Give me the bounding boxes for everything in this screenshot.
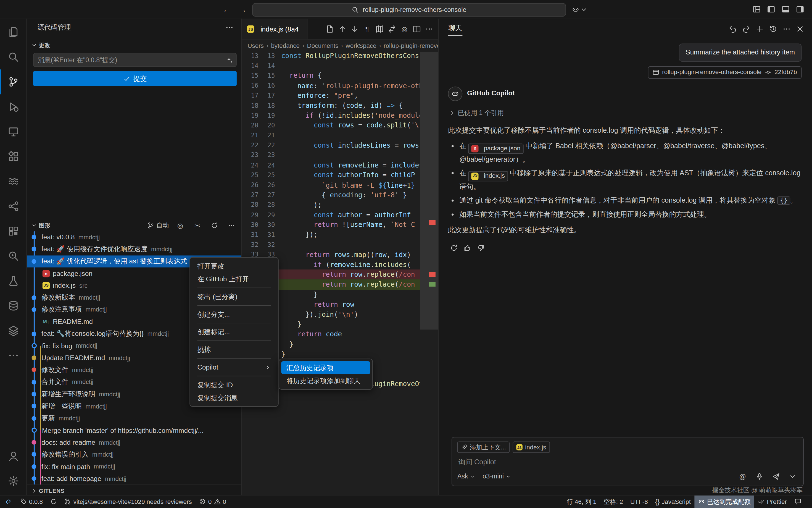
graph-commit-row[interactable]: 修改错误的引入mmdctjj — [27, 449, 241, 461]
submenu-item[interactable]: 将历史记录项添加到聊天 — [281, 374, 370, 387]
editor-arrow-down-button[interactable] — [349, 23, 361, 35]
panel-right-button[interactable] — [794, 4, 806, 15]
status-feedback[interactable] — [791, 496, 805, 508]
context-menu-item[interactable]: 打开更改 — [192, 259, 276, 272]
panel-bottom-button[interactable] — [780, 4, 791, 15]
attachment-chip[interactable]: rollup-plugin-remove-others-console 22fd… — [648, 66, 802, 79]
breadcrumb-item[interactable]: workSpace — [345, 42, 376, 49]
status-remote[interactable] — [0, 496, 16, 508]
chat-history-button[interactable] — [768, 23, 779, 35]
activity-explorer[interactable] — [0, 19, 27, 44]
code-line[interactable]: 2929 const author = authorInf — [242, 210, 420, 220]
code-line[interactable]: 1818 transform: (code, id) => { — [242, 100, 420, 111]
breadcrumb-item[interactable]: Documents — [307, 42, 338, 49]
activity-database[interactable] — [0, 293, 27, 318]
submenu-item[interactable]: 汇总历史记录项 — [281, 361, 370, 374]
copilot-menu-button[interactable] — [572, 3, 588, 15]
graph-section-header[interactable]: 图形 自动◎✂ — [27, 220, 241, 231]
graph-more-button[interactable] — [226, 220, 237, 231]
status-pull-request[interactable]: vitejs/awesome-vite#1029 needs reviewers — [61, 496, 196, 508]
editor-arrow-up-button[interactable] — [337, 23, 348, 35]
context-menu-item[interactable]: 复制提交 ID — [192, 378, 276, 391]
code-line[interactable]: 2424 const removeLine = includes — [242, 160, 420, 170]
activity-live-share[interactable] — [0, 194, 27, 219]
activity-gitlens[interactable] — [0, 169, 27, 194]
activity-dashboard[interactable] — [0, 219, 27, 244]
graph-commit-row[interactable]: docs: add readmemmdctjj — [27, 436, 241, 449]
layout-button[interactable] — [751, 4, 762, 15]
editor-map-button[interactable] — [374, 23, 385, 35]
context-menu-item[interactable]: 挑拣 — [192, 343, 276, 356]
code-line[interactable]: 1919 if (!id.includes('node_module — [242, 111, 420, 121]
breadcrumb-item[interactable]: Users — [247, 42, 264, 49]
chat-redo-button[interactable] — [741, 23, 752, 35]
status-language[interactable]: {}JavaScript — [652, 496, 694, 508]
status-notifications[interactable] — [805, 496, 812, 508]
status-problems[interactable]: 00 — [196, 496, 230, 508]
editor-open-changes-button[interactable] — [324, 23, 336, 35]
code-line[interactable]: 1616 name: 'rollup-plugin-remove-oth — [242, 81, 420, 91]
code-line[interactable]: 1515 return { — [242, 71, 420, 81]
activity-settings[interactable] — [0, 468, 27, 493]
code-line[interactable]: 2525 const authorInfo = childP — [242, 170, 420, 180]
graph-commit-row[interactable]: fix: fix main pathmmdctjj — [27, 461, 241, 473]
references-row[interactable]: 已使用 1 个引用 — [449, 108, 802, 118]
context-menu-item[interactable]: 创建分支... — [192, 308, 276, 321]
graph-commit-row[interactable]: feat: v0.0.8mmdctjj — [27, 231, 241, 243]
code-line[interactable]: 3232 — [242, 240, 420, 250]
graph-scissors-button[interactable]: ✂ — [192, 220, 203, 231]
code-line[interactable]: 2121 — [242, 130, 420, 140]
status-indentation[interactable]: 空格: 2 — [600, 496, 627, 508]
graph-commit-row[interactable]: 更新mmdctjj — [27, 412, 241, 424]
chat-input-container[interactable]: 添加上下文... JS index.js Ask o3-mini — [451, 437, 804, 486]
code-line[interactable]: 3131 }); — [242, 230, 420, 240]
code-line[interactable]: 2323 — [242, 151, 420, 160]
command-center-search[interactable]: rollup-plugin-remove-others-console — [252, 3, 566, 16]
commit-button[interactable]: 提交 — [33, 71, 237, 86]
editor-more-button[interactable] — [424, 23, 435, 35]
code-line[interactable]: 2222 const includesLines = rows. — [242, 140, 420, 151]
gitlens-section-header[interactable]: GITLENS — [27, 484, 241, 496]
activity-extensions[interactable] — [0, 144, 27, 169]
response-thumbup-button[interactable] — [462, 242, 473, 254]
tab-index-js[interactable]: JS index.js (8a4 — [242, 19, 308, 40]
activity-source-control[interactable] — [0, 69, 27, 94]
input-send-button[interactable] — [770, 471, 781, 482]
context-menu-item[interactable]: 复制提交消息 — [192, 391, 276, 405]
status-cursor-position[interactable]: 行 46, 列 1 — [563, 496, 600, 508]
back-button[interactable]: ← — [223, 5, 230, 14]
status-prettier[interactable]: Prettier — [754, 496, 791, 508]
activity-code-search[interactable] — [0, 244, 27, 268]
file-chip[interactable]: npackage.json — [468, 143, 523, 154]
forward-button[interactable]: → — [239, 5, 246, 14]
graph-auto-toggle[interactable]: 自动 — [147, 221, 169, 230]
status-branch[interactable]: 0.0.8 — [16, 496, 46, 508]
graph-commit-row[interactable]: feat: 🚀 使用缓存文件优化响应速度mmdctjj — [27, 243, 241, 255]
context-menu-item[interactable]: 签出 (已分离) — [192, 290, 276, 303]
code-line[interactable]: 1414 — [242, 61, 420, 71]
add-context-button[interactable]: 添加上下文... — [458, 442, 510, 453]
graph-commit-row[interactable]: feat: add homepagemmdctjj — [27, 473, 241, 484]
input-mic-button[interactable] — [754, 471, 765, 482]
activity-run-debug[interactable] — [0, 94, 27, 119]
model-dropdown[interactable]: o3-mini — [482, 473, 511, 480]
response-sync-button[interactable] — [448, 242, 459, 254]
activity-search[interactable] — [0, 44, 27, 69]
chat-undo-button[interactable] — [727, 23, 738, 35]
code-line[interactable]: 2828 ); — [242, 200, 420, 210]
changes-section-header[interactable]: 更改 — [27, 40, 241, 51]
status-copilot-quota[interactable]: 已达到完成配额 — [694, 496, 754, 508]
sidebar-more-button[interactable] — [224, 22, 235, 33]
status-encoding[interactable]: UTF-8 — [627, 496, 652, 508]
code-line[interactable]: 2626 `git blame -L ${line+1} — [242, 180, 420, 190]
activity-layers[interactable] — [0, 318, 27, 343]
context-menu-item[interactable]: 在 GitHub 上打开 — [192, 272, 276, 286]
code-line[interactable]: 1313const RollupPluginRemoveOthersCons — [242, 51, 420, 61]
activity-remote-explorer[interactable] — [0, 119, 27, 144]
mode-dropdown[interactable]: Ask — [458, 473, 475, 480]
context-menu-item[interactable]: 创建标记... — [192, 326, 276, 339]
editor-split-button[interactable] — [411, 23, 423, 35]
editor-compare-button[interactable] — [386, 23, 398, 35]
code-line[interactable]: 2727 { encoding: 'utf-8' } — [242, 190, 420, 200]
ai-commit-message-button[interactable] — [225, 55, 234, 65]
